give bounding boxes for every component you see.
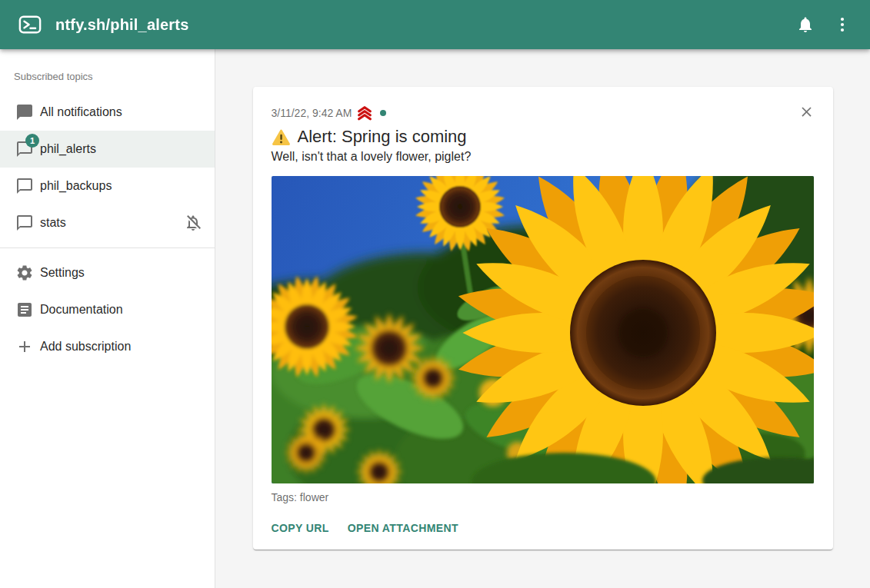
sidebar-item-label: stats — [39, 216, 66, 230]
sidebar-item-add-subscription[interactable]: Add subscription — [0, 328, 215, 365]
sidebar-item-settings[interactable]: Settings — [0, 254, 215, 291]
notification-timestamp: 3/11/22, 9:42 AM — [272, 107, 352, 119]
plus-icon — [15, 337, 34, 356]
subscribed-topics-label: Subscribed topics — [0, 49, 215, 94]
notification-body: Well, isn't that a lovely flower, piglet… — [272, 150, 815, 164]
warning-icon — [272, 128, 291, 146]
notification-meta-row: 3/11/22, 9:42 AM — [272, 105, 815, 121]
page-title: ntfy.sh/phil_alerts — [55, 16, 787, 34]
close-notification-button[interactable] — [793, 98, 821, 125]
notifications-bell-button[interactable] — [787, 6, 824, 43]
appbar: ntfy.sh/phil_alerts — [0, 0, 870, 49]
chat-outline-icon — [15, 214, 34, 232]
sidebar-item-documentation[interactable]: Documentation — [0, 291, 215, 328]
sidebar-item-label: phil_alerts — [39, 142, 96, 156]
sidebar-item-label: Documentation — [39, 303, 123, 317]
sidebar: Subscribed topics All notifications 1 ph… — [0, 49, 215, 588]
open-attachment-button[interactable]: OPEN ATTACHMENT — [342, 516, 465, 540]
sidebar-item-all-notifications[interactable]: All notifications — [0, 94, 215, 131]
unread-dot — [380, 110, 386, 116]
bell-off-icon — [184, 214, 202, 232]
notification-actions: COPY URL OPEN ATTACHMENT — [265, 516, 815, 540]
gear-icon — [15, 264, 34, 282]
chat-outline-icon: 1 — [15, 140, 34, 158]
main-content: 3/11/22, 9:42 AM Alert: Spring is coming… — [215, 49, 870, 588]
sidebar-item-label: Add subscription — [39, 340, 131, 354]
attachment-image[interactable] — [272, 176, 814, 483]
sidebar-item-stats[interactable]: stats — [0, 204, 215, 241]
priority-high-icon — [356, 105, 373, 121]
chat-filled-icon — [15, 103, 34, 121]
sidebar-divider — [0, 247, 215, 248]
close-icon — [798, 104, 815, 120]
notification-card: 3/11/22, 9:42 AM Alert: Spring is coming… — [253, 87, 833, 550]
unread-count-badge: 1 — [25, 134, 39, 148]
kebab-menu-button[interactable] — [824, 6, 861, 43]
copy-url-button[interactable]: COPY URL — [265, 516, 335, 540]
sidebar-item-phil-backups[interactable]: phil_backups — [0, 168, 215, 204]
sidebar-item-phil-alerts[interactable]: 1 phil_alerts — [0, 131, 215, 168]
terminal-logo — [18, 13, 42, 36]
bell-icon — [796, 15, 815, 34]
notification-title: Alert: Spring is coming — [298, 127, 467, 147]
article-icon — [15, 301, 34, 319]
kebab-menu-icon — [833, 15, 852, 34]
notification-title-row: Alert: Spring is coming — [272, 127, 815, 147]
sidebar-item-label: All notifications — [39, 105, 122, 119]
sidebar-item-label: phil_backups — [39, 179, 112, 193]
sidebar-item-label: Settings — [39, 266, 85, 280]
notification-tags: Tags: flower — [272, 491, 815, 503]
chat-outline-icon — [15, 177, 34, 195]
